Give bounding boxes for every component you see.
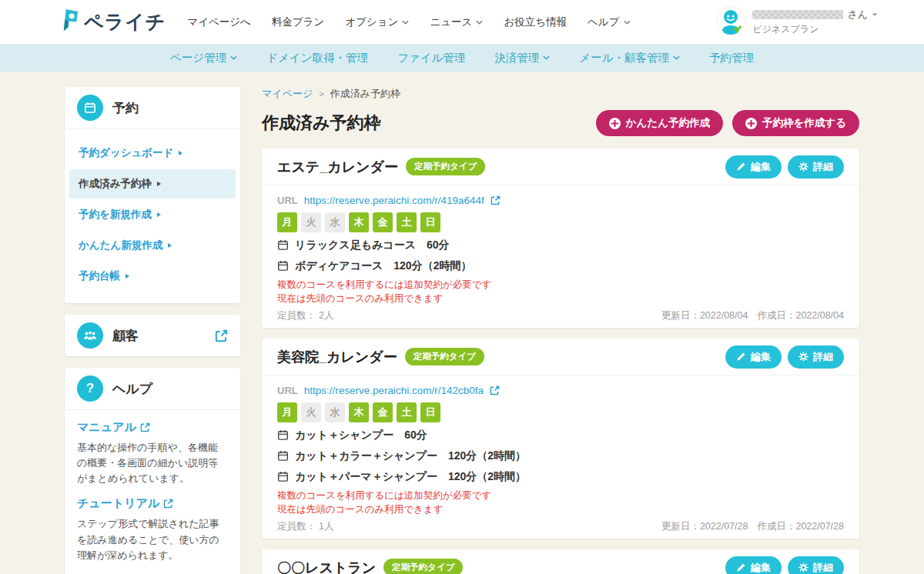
calendar-icon: [77, 95, 103, 121]
help-card-header: ? ヘルプ: [65, 368, 240, 409]
weekday-badge: 水: [325, 402, 345, 422]
slot-card-footer: 定員数： 2人 更新日：2022/08/04 作成日：2022/08/04: [277, 310, 844, 322]
user-menu[interactable]: さん ビジネスプラン: [716, 6, 878, 38]
reservation-card-header: 予約: [65, 87, 240, 128]
gear-icon: [798, 352, 808, 362]
weekday-badge: 火: [301, 212, 321, 232]
subnav-item-reservations[interactable]: 予約管理: [709, 51, 754, 65]
sub-nav: ページ管理 ドメイン取得・管理 ファイル管理 決済管理 メール・顧客管理 予約管…: [0, 44, 924, 72]
edit-button[interactable]: 編集: [725, 556, 782, 574]
create-slot-button[interactable]: 予約枠を作成する: [732, 110, 859, 136]
sidebar-title-help: ヘルプ: [112, 380, 152, 398]
sidebar-item-dashboard[interactable]: 予約ダッシュボード: [69, 138, 236, 168]
url-label: URL: [277, 195, 298, 206]
external-link-icon: [140, 422, 150, 432]
user-text: さん ビジネスプラン: [752, 8, 878, 36]
warning-block: 複数のコースを利用するには追加契約が必要です 現在は先頭のコースのみ利用できます: [277, 489, 844, 516]
external-link-icon[interactable]: [490, 385, 500, 395]
slot-type-badge: 定期予約タイプ: [405, 348, 484, 365]
slot-type-badge: 定期予約タイプ: [383, 559, 463, 574]
subnav-item-domain[interactable]: ドメイン取得・管理: [266, 51, 368, 65]
peraichi-logo[interactable]: ペライチ: [60, 9, 166, 35]
top-nav: マイページへ 料金プラン オプション ニュース お役立ち情報 ヘルプ: [187, 15, 630, 29]
question-icon: ?: [77, 375, 103, 402]
page-title: 作成済み予約枠: [262, 112, 381, 135]
subnav-item-files[interactable]: ファイル管理: [397, 51, 465, 65]
sidebar-item-new-reservation[interactable]: 予約を新規作成: [69, 200, 236, 229]
nav-item-options[interactable]: オプション: [345, 15, 409, 29]
nav-item-mypage[interactable]: マイページへ: [187, 15, 251, 29]
sidebar-item-ledger[interactable]: 予約台帳: [69, 262, 236, 291]
subnav-item-payments[interactable]: 決済管理: [494, 51, 550, 65]
tutorial-link[interactable]: チュートリアル: [77, 496, 228, 511]
slot-card-actions: 編集 詳細: [725, 345, 844, 369]
url-row: URL https://reserve.peraichi.com/r/142cb…: [277, 383, 844, 397]
sidebar-card-customer: 顧客: [65, 315, 240, 356]
external-link-icon[interactable]: [490, 195, 500, 205]
weekday-badge: 木: [349, 402, 369, 422]
gear-icon: [798, 562, 808, 572]
external-link-icon[interactable]: [215, 329, 228, 342]
chevron-down-icon: [230, 55, 237, 60]
course-row: ボディケアコース 120分（2時間）: [277, 258, 844, 274]
slot-card-actions: 編集 詳細: [725, 556, 844, 574]
subnav-item-mail-crm[interactable]: メール・顧客管理: [579, 51, 680, 65]
course-text: カット＋カラー＋シャンプー 120分（2時間）: [295, 449, 526, 463]
sidebar-item-created-slots[interactable]: 作成済み予約枠: [69, 169, 236, 199]
chevron-down-icon: [624, 20, 631, 25]
slot-card: 美容院_カレンダー 定期予約タイプ 編集 詳細 URL ht: [262, 339, 859, 539]
title-row: 作成済み予約枠 かんたん予約作成 予約枠を作成する: [262, 110, 859, 136]
sidebar-title-reservation: 予約: [112, 99, 139, 117]
weekday-badge: 月: [277, 212, 297, 232]
chevron-right-icon: [157, 182, 161, 186]
reservation-links: 予約ダッシュボード 作成済み予約枠 予約を新規作成 かんたん新規作成 予約台帳: [65, 129, 240, 303]
capacity-value: 1人: [319, 520, 333, 533]
warning-block: 複数のコースを利用するには追加契約が必要です 現在は先頭のコースのみ利用できます: [277, 279, 844, 305]
created-date: 作成日：2022/08/04: [757, 309, 844, 322]
url-link[interactable]: https://reserve.peraichi.com/r/142cb0fa: [304, 385, 484, 396]
help-body: マニュアル 基本的な操作の手順や、各機能の概要・各画面の細かい説明等がまとめられ…: [65, 410, 240, 574]
user-name-redacted: [752, 10, 843, 19]
course-row: カット＋シャンプー 60分: [277, 427, 844, 443]
detail-button[interactable]: 詳細: [788, 155, 844, 179]
slot-card-header: 美容院_カレンダー 定期予約タイプ 編集 詳細: [262, 339, 859, 375]
warning-text: 現在は先頭のコースのみ利用できます: [277, 503, 844, 517]
people-icon: [77, 322, 103, 349]
updated-date: 更新日：2022/07/28: [661, 520, 748, 533]
edit-button[interactable]: 編集: [725, 345, 782, 369]
calendar-icon: [277, 260, 289, 272]
top-bar: ペライチ マイページへ 料金プラン オプション ニュース お役立ち情報 ヘルプ: [0, 0, 924, 44]
sidebar-card-help: ? ヘルプ マニュアル 基本的な操作の手順や、各機能の概要・各画面の細かい説明等…: [65, 368, 240, 574]
external-link-icon: [163, 499, 173, 509]
logo-mark-icon: [60, 9, 79, 35]
course-text: ボディケアコース 120分（2時間）: [295, 259, 471, 273]
warning-text: 複数のコースを利用するには追加契約が必要です: [277, 489, 844, 503]
nav-item-help[interactable]: ヘルプ: [588, 15, 630, 29]
manual-link[interactable]: マニュアル: [77, 420, 228, 435]
edit-button[interactable]: 編集: [725, 155, 782, 179]
sidebar-title-customer: 顧客: [112, 327, 139, 345]
weekday-row: 月 火 水 木 金 土 日: [277, 402, 844, 422]
weekday-badge: 日: [420, 402, 440, 422]
url-link[interactable]: https://reserve.peraichi.com/r/419a644f: [304, 195, 484, 206]
detail-button[interactable]: 詳細: [788, 345, 844, 369]
detail-button[interactable]: 詳細: [788, 556, 844, 574]
breadcrumb-home[interactable]: マイページ: [262, 87, 313, 101]
capacity-value: 2人: [319, 309, 333, 322]
avatar: [716, 6, 745, 38]
chevron-right-icon: [126, 274, 129, 279]
weekday-badge: 金: [373, 402, 393, 422]
nav-item-pricing[interactable]: 料金プラン: [272, 15, 324, 29]
slot-type-badge: 定期予約タイプ: [406, 158, 485, 175]
weekday-badge: 金: [373, 212, 393, 232]
quick-create-button[interactable]: かんたん予約作成: [596, 110, 723, 136]
nav-item-resources[interactable]: お役立ち情報: [504, 15, 567, 29]
help-desc: 基本的な操作の手順や、各機能の概要・各画面の細かい説明等がまとめられています。: [77, 440, 228, 486]
sidebar-item-easy-create[interactable]: かんたん新規作成: [69, 231, 236, 260]
weekday-row: 月 火 水 木 金 土 日: [277, 212, 844, 232]
subnav-item-pages[interactable]: ページ管理: [170, 51, 237, 65]
logo-text: ペライチ: [84, 9, 166, 35]
breadcrumb-current: 作成済み予約枠: [330, 87, 400, 101]
nav-item-news[interactable]: ニュース: [430, 15, 483, 29]
slot-card-header: エステ_カレンダー 定期予約タイプ 編集 詳細: [262, 149, 859, 185]
